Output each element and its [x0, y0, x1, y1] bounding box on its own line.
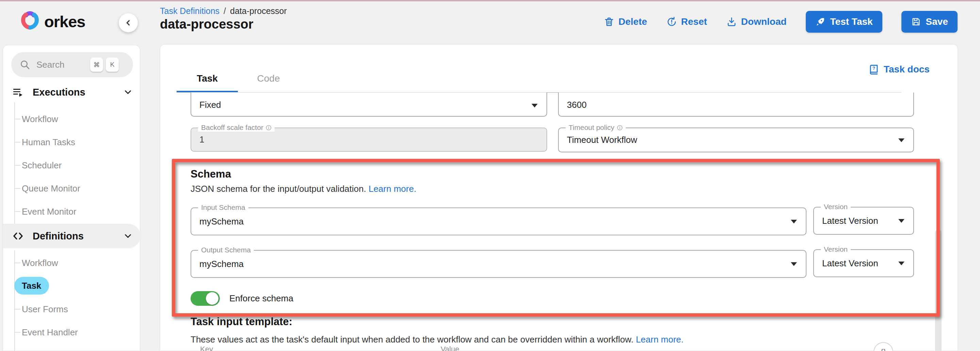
dropdown-caret-icon: [898, 219, 904, 223]
task-input-template-description-text: These values act as the task's default i…: [191, 334, 633, 345]
cmd-key-badge: ⌘: [90, 57, 103, 72]
backoff-scale-factor-field: Backoff scale factor 1: [191, 127, 547, 152]
input-schema-label: Input Schema: [198, 203, 248, 211]
reset-icon: [666, 16, 677, 27]
enforce-schema-row: Enforce schema: [191, 291, 293, 306]
k-key-badge: K: [106, 57, 119, 72]
backoff-label-text: Backoff scale factor: [201, 124, 263, 132]
download-icon: [726, 16, 737, 27]
tab-code[interactable]: Code: [238, 73, 299, 84]
test-task-button-label: Test Task: [830, 16, 873, 27]
output-schema-version-select[interactable]: Version Latest Version: [813, 249, 914, 277]
input-schema-select[interactable]: Input Schema mySchema: [191, 208, 807, 235]
enforce-schema-label: Enforce schema: [229, 293, 293, 304]
save-icon: [911, 17, 921, 27]
chevron-left-icon: [123, 18, 134, 28]
output-version-label-text: Version: [824, 245, 848, 253]
schema-heading: Schema: [191, 168, 231, 180]
sidebar-search[interactable]: ⌘ K: [11, 52, 133, 77]
breadcrumb-task-definitions-link[interactable]: Task Definitions: [160, 6, 220, 16]
schema-description-text: JSON schema for the input/output validat…: [191, 184, 366, 194]
chevron-down-icon: [123, 87, 133, 97]
output-schema-select[interactable]: Output Schema mySchema: [191, 250, 807, 278]
schema-learn-more-link[interactable]: Learn more.: [369, 184, 416, 194]
orkes-logo-icon: [19, 10, 41, 31]
download-button[interactable]: Download: [726, 16, 787, 27]
trash-icon: [604, 16, 614, 27]
retry-logic-select[interactable]: Fixed: [191, 92, 547, 117]
reset-button[interactable]: Reset: [666, 16, 707, 27]
tree-line: [14, 102, 15, 237]
toggle-knob: [206, 292, 218, 305]
input-version-value: Latest Version: [822, 216, 878, 226]
input-schema-value: mySchema: [199, 216, 243, 227]
tree-tick: [14, 211, 21, 212]
delete-button-label: Delete: [619, 16, 647, 27]
input-version-label-text: Version: [824, 203, 848, 211]
reset-button-label: Reset: [681, 16, 707, 27]
sidebar-item-scheduler[interactable]: Scheduler: [22, 160, 62, 171]
output-version-label: Version: [821, 245, 851, 253]
task-docs-link[interactable]: ? Task docs: [868, 64, 930, 75]
download-button-label: Download: [741, 16, 787, 27]
output-schema-label: Output Schema: [198, 246, 254, 254]
value-column-label: Value: [441, 345, 460, 351]
sidebar-item-task[interactable]: Task: [22, 281, 41, 291]
page-title: data-processor: [160, 17, 253, 32]
sidebar-section-label: Executions: [33, 87, 123, 98]
book-question-icon: ?: [868, 64, 880, 75]
retry-logic-value: Fixed: [199, 100, 221, 110]
executions-icon: [12, 86, 24, 98]
timeout-policy-value: Timeout Workflow: [567, 135, 637, 145]
chevron-down-icon: [123, 231, 133, 241]
input-schema-version-select[interactable]: Version Latest Version: [813, 207, 914, 235]
sidebar-item-executions-workflow[interactable]: Workflow: [22, 114, 58, 124]
sidebar-item-queue-monitor[interactable]: Queue Monitor: [22, 183, 80, 194]
sidebar-item-human-tasks[interactable]: Human Tasks: [22, 137, 75, 148]
sidebar: ⌘ K Executions Workflow Human Tasks Sche…: [3, 45, 140, 351]
sidebar-collapse-button[interactable]: [119, 13, 138, 32]
input-version-label: Version: [821, 203, 851, 211]
form-scroll-area: Fixed 3600 Backoff scale factor 1 Timeou…: [160, 92, 958, 351]
test-task-button[interactable]: Test Task: [806, 11, 882, 33]
timeout-seconds-value: 3600: [567, 100, 587, 110]
sidebar-section-executions[interactable]: Executions: [3, 80, 140, 105]
code-brackets-icon: [12, 230, 24, 242]
output-schema-label-text: Output Schema: [201, 246, 251, 254]
sidebar-item-definitions-workflow[interactable]: Workflow: [22, 258, 58, 268]
window-top-strip: [0, 0, 980, 2]
task-input-template-learn-more-link[interactable]: Learn more.: [636, 334, 684, 345]
vertical-scrollbar-thumb[interactable]: [935, 230, 942, 351]
braces-icon[interactable]: {}: [873, 342, 893, 351]
tree-tick: [14, 119, 21, 119]
search-input[interactable]: [37, 60, 88, 70]
tree-tick: [14, 165, 21, 166]
sidebar-item-event-monitor[interactable]: Event Monitor: [22, 206, 76, 217]
save-button[interactable]: Save: [901, 11, 958, 33]
backoff-field-label: Backoff scale factor: [198, 124, 275, 132]
sidebar-section-label: Definitions: [33, 230, 123, 242]
header-actions: Delete Reset Download Test Task: [604, 11, 958, 33]
dropdown-caret-icon: [791, 262, 797, 266]
tree-tick: [14, 142, 21, 143]
tree-tick: [14, 309, 21, 310]
tab-task[interactable]: Task: [177, 73, 238, 84]
breadcrumb-separator: /: [224, 6, 226, 16]
enforce-schema-toggle[interactable]: [191, 291, 220, 306]
rocket-icon: [815, 17, 826, 27]
breadcrumb: Task Definitions / data-processor: [160, 6, 287, 16]
task-input-template-description: These values act as the task's default i…: [191, 334, 684, 345]
timeout-policy-select[interactable]: Timeout policy Timeout Workflow: [558, 127, 914, 152]
dropdown-caret-icon: [898, 138, 904, 142]
dropdown-caret-icon: [898, 262, 904, 265]
task-docs-label: Task docs: [884, 64, 930, 75]
tree-tick: [14, 262, 21, 263]
sidebar-item-user-forms[interactable]: User Forms: [22, 304, 68, 314]
sidebar-section-definitions[interactable]: Definitions: [3, 224, 140, 248]
sidebar-item-event-handler[interactable]: Event Handler: [22, 327, 78, 338]
delete-button[interactable]: Delete: [604, 16, 647, 27]
key-column-label: Key: [200, 345, 213, 351]
timeout-seconds-input[interactable]: 3600: [558, 92, 914, 117]
svg-text:?: ?: [872, 66, 875, 71]
tree-tick: [14, 332, 21, 333]
